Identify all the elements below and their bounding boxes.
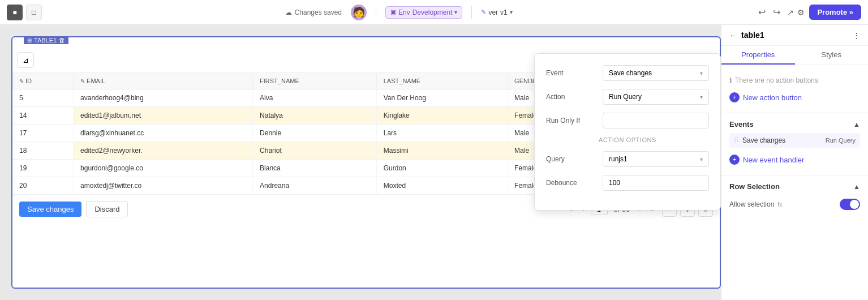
cell-lastname: Kinglake	[376, 107, 507, 125]
action-row: Action Run Query ▾	[546, 89, 709, 105]
col-header-lastname: LAST_NAME	[376, 73, 507, 89]
no-action-buttons-msg: ℹ There are no action buttons	[729, 72, 860, 89]
query-select-arrow: ▾	[700, 156, 703, 162]
query-select[interactable]: runjs1 ▾	[603, 151, 709, 167]
col-header-email: ✎ EMAIL	[74, 73, 253, 89]
back-arrow-icon[interactable]: ←	[729, 31, 737, 40]
cell-id: 20	[12, 177, 74, 195]
ver-label: ver	[488, 8, 498, 16]
share-icon[interactable]: ↗	[787, 8, 794, 17]
cell-lastname: Gurdon	[376, 160, 507, 177]
topbar: ■ □ Changes saved 🧑 ▣ Env Development ▾ …	[0, 0, 868, 25]
new-action-button[interactable]: + New action button	[729, 89, 860, 106]
debounce-input[interactable]	[603, 175, 709, 191]
env-icon: ▣	[390, 8, 396, 16]
cell-firstname: Dennie	[253, 125, 377, 142]
query-field-label: Query	[546, 155, 597, 163]
changes-saved: Changes saved	[285, 8, 342, 16]
save-changes-button[interactable]: Save changes	[19, 202, 81, 217]
redo-btn[interactable]: ↪	[770, 7, 783, 18]
event-field-label: Event	[546, 69, 597, 77]
cell-id: 5	[12, 89, 74, 107]
event-item-label: Save changes	[742, 136, 822, 144]
row-selection-title: Row Selection	[729, 182, 853, 191]
ver-badge: ✎ ver v1 ▾	[481, 8, 512, 16]
undo-btn[interactable]: ↩	[755, 7, 768, 18]
run-only-if-row: Run Only If	[546, 113, 709, 128]
settings-icon[interactable]: ⚙	[797, 8, 805, 17]
event-select[interactable]: Save changes ▾	[603, 65, 709, 81]
tab-styles[interactable]: Styles	[795, 46, 869, 65]
cell-firstname: Alva	[253, 89, 377, 107]
cell-id: 17	[12, 125, 74, 142]
env-badge[interactable]: ▣ Env Development ▾	[385, 6, 462, 19]
env-value: Development	[412, 8, 453, 16]
cell-firstname: Natalya	[253, 107, 377, 125]
ver-value: v1	[500, 8, 508, 16]
action-select[interactable]: Run Query ▾	[603, 89, 709, 105]
ver-dropdown-arrow[interactable]: ▾	[510, 9, 513, 15]
event-popup: Event Save changes ▾ Action Run Query ▾ …	[534, 53, 721, 211]
action-value: Run Query	[609, 93, 642, 101]
panel-more-icon[interactable]: ⋮	[853, 31, 860, 40]
save-changes-event-item[interactable]: ⠿ Save changes Run Query	[729, 133, 860, 148]
row-selection-header: Row Selection ▲	[729, 182, 860, 191]
panel-title: table1	[741, 31, 848, 40]
plus-icon-event: +	[729, 155, 740, 165]
topbar-left: ■ □	[7, 5, 42, 20]
cell-id: 18	[12, 142, 74, 160]
discard-button[interactable]: Discard	[86, 201, 128, 217]
row-selection-section: Row Selection ▲ Allow selection fx	[721, 175, 868, 220]
action-select-arrow: ▾	[700, 94, 703, 100]
cell-email: amoxtedj@twitter.co	[74, 177, 253, 195]
main-content: ⊞ TABLE1 🗑 ⊿ 🔍	[0, 25, 868, 300]
delete-table-icon[interactable]: 🗑	[59, 37, 65, 44]
run-only-if-input[interactable]	[603, 113, 709, 128]
col-header-firstname: FIRST_NAME	[253, 73, 377, 89]
cell-email: edited2@newyorker.	[74, 142, 253, 160]
separator-1	[376, 6, 376, 19]
cell-firstname: Blanca	[253, 160, 377, 177]
cell-id: 14	[12, 107, 74, 125]
row-selection-collapse-icon[interactable]: ▲	[853, 183, 860, 191]
fx-icon: fx	[777, 202, 782, 208]
info-icon: ℹ	[729, 76, 732, 84]
debounce-row: Debounce	[546, 175, 709, 191]
cell-lastname: Lars	[376, 125, 507, 142]
panel-tabs: Properties Styles	[721, 46, 868, 65]
topbar-right: ↩ ↪ ↗ ⚙ Promote »	[755, 5, 861, 20]
cell-lastname: Moxted	[376, 177, 507, 195]
event-value: Save changes	[609, 69, 652, 77]
action-buttons-section: ℹ There are no action buttons + New acti…	[721, 65, 868, 113]
filter-button[interactable]: ⊿	[17, 52, 34, 68]
cell-firstname: Chariot	[253, 142, 377, 160]
env-dropdown-arrow[interactable]: ▾	[454, 9, 457, 15]
share-icons: ↗ ⚙	[787, 8, 805, 17]
cell-email: edited1@jalbum.net	[74, 107, 253, 125]
events-section: Events ▲ ⠿ Save changes Run Query + New …	[721, 113, 868, 175]
tab-properties[interactable]: Properties	[721, 46, 795, 65]
cell-email: dlarsg@xinhuanet.cc	[74, 125, 253, 142]
new-event-handler-button[interactable]: + New event handler	[729, 151, 860, 168]
debounce-field-label: Debounce	[546, 179, 597, 187]
light-mode-btn[interactable]: □	[26, 5, 42, 20]
query-value: runjs1	[609, 155, 628, 163]
events-collapse-icon[interactable]: ▲	[853, 121, 860, 128]
events-section-header: Events ▲	[729, 120, 860, 128]
avatar[interactable]: 🧑	[351, 5, 367, 20]
promote-button[interactable]: Promote »	[809, 5, 861, 20]
plus-icon: +	[729, 92, 740, 102]
allow-selection-row: Allow selection fx	[729, 195, 860, 213]
table-label: ⊞ TABLE1 🗑	[24, 36, 68, 44]
allow-selection-toggle[interactable]	[840, 199, 860, 210]
drag-handle-icon: ⠿	[734, 136, 739, 144]
cell-email: avanderhoog4@bing	[74, 89, 253, 107]
query-row: Query runjs1 ▾	[546, 151, 709, 167]
right-panel: ← table1 ⋮ Properties Styles ℹ There are…	[721, 25, 868, 300]
separator-2	[471, 6, 472, 19]
dark-mode-btn[interactable]: ■	[7, 5, 23, 20]
event-select-arrow: ▾	[700, 70, 703, 76]
filter-icon: ⊿	[23, 56, 29, 65]
env-label: Env	[398, 8, 410, 16]
event-item-action: Run Query	[826, 137, 856, 144]
